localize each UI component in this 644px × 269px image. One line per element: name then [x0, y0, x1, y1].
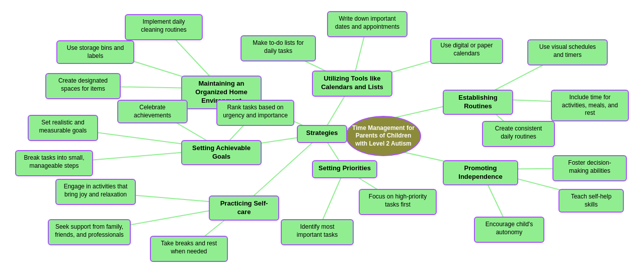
leaf-seek: Seek support from family, friends, and p…: [48, 219, 131, 245]
branch-strategies: Strategies: [297, 125, 347, 143]
leaf-include_time: Include time for activities, meals, and …: [551, 90, 629, 121]
leaf-storage: Use storage bins and labels: [56, 40, 134, 64]
branch-setting_priorities: Setting Priorities: [312, 160, 377, 178]
branch-practicing: Practicing Self-care: [209, 195, 279, 221]
leaf-write_dates: Write down important dates and appointme…: [327, 11, 408, 37]
leaf-foster: Foster decision-making abilities: [552, 155, 627, 181]
branch-utilizing: Utilizing Tools like Calendars and Lists: [312, 71, 392, 97]
leaf-break_tasks: Break tasks into small, manageable steps: [15, 150, 93, 176]
leaf-take_breaks: Take breaks and rest when needed: [150, 236, 228, 262]
leaf-focus: Focus on high-priority tasks first: [359, 189, 437, 215]
mindmap-container: Time Management for Parents of Children …: [0, 0, 644, 269]
leaf-engage: Engage in activities that bring joy and …: [55, 179, 136, 205]
leaf-encourage: Encourage child's autonomy: [474, 217, 544, 243]
leaf-implement: Implement daily cleaning routines: [125, 14, 203, 40]
leaf-designated: Create designated spaces for items: [45, 73, 121, 99]
leaf-realistic: Set realistic and measurable goals: [28, 115, 98, 141]
center-node: Time Management for Parents of Children …: [346, 116, 421, 156]
leaf-visual: Use visual schedules and timers: [527, 39, 608, 65]
branch-establishing: Establishing Routines: [443, 90, 513, 115]
branch-promoting: Promoting Independence: [443, 160, 518, 185]
leaf-identify: Identify most important tasks: [281, 219, 354, 245]
branch-setting_goals: Setting Achievable Goals: [181, 140, 262, 165]
leaf-consistent: Create consistent daily routines: [482, 121, 555, 147]
leaf-teach: Teach self-help skills: [558, 189, 624, 213]
leaf-digital: Use digital or paper calendars: [430, 38, 503, 64]
leaf-rank: Rank tasks based on urgency and importan…: [216, 100, 294, 126]
leaf-make_todo: Make to-do lists for daily tasks: [240, 35, 316, 61]
leaf-celebrate: Celebrate achievements: [117, 100, 188, 123]
